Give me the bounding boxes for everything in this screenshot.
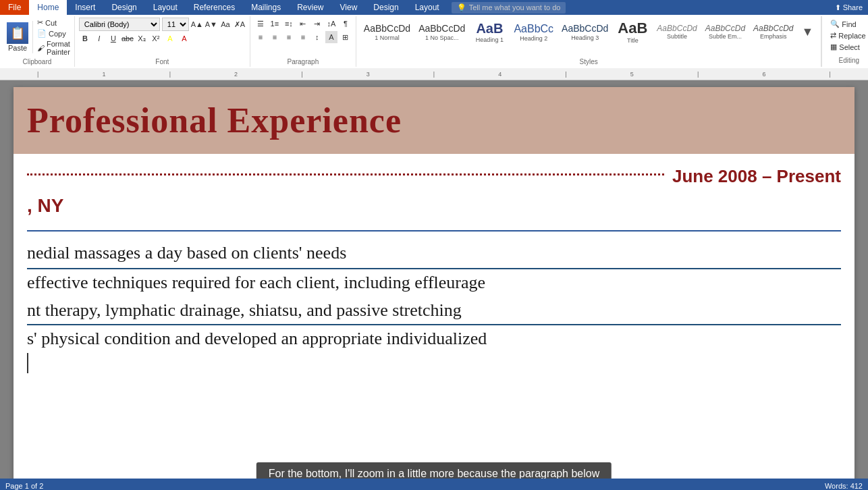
tab-mailings[interactable]: Mailings	[243, 0, 289, 15]
body-line-1: nedial massages a day based on clients' …	[13, 234, 855, 268]
align-left-button[interactable]: ≡	[254, 31, 267, 43]
ribbon: 📋 Paste ✂ Cut 📄 Copy 🖌 Format Painter Cl…	[0, 15, 868, 68]
tell-me-text: Tell me what you want to do	[469, 3, 561, 11]
align-right-button[interactable]: ≡	[283, 31, 295, 43]
heading-prefix: P	[27, 101, 49, 140]
heading-content: rofessional Experience	[49, 101, 402, 140]
clipboard-buttons: ✂ Cut 📄 Copy 🖌 Format Painter	[36, 18, 72, 57]
format-painter-button[interactable]: 🖌 Format Painter	[36, 39, 72, 57]
clear-format-button[interactable]: ✗A	[234, 18, 246, 30]
word-count: Words: 412	[825, 482, 863, 490]
font-name-select[interactable]: Calibri (Body)	[79, 18, 160, 31]
align-center-button[interactable]: ≡	[269, 31, 281, 43]
chevron-down-icon: ▼	[801, 25, 813, 39]
heading-text: Professional Experience	[27, 101, 402, 140]
replace-button[interactable]: ⇄ Replace	[828, 30, 868, 40]
cursor-row	[13, 353, 855, 373]
page-count: Page 1 of 2	[5, 482, 43, 490]
styles-gallery: AaBbCcDd 1 Normal AaBbCcDd 1 No Spac... …	[360, 18, 817, 46]
paragraph-label: Paragraph	[254, 57, 352, 65]
tab-layout[interactable]: Layout	[145, 0, 186, 15]
subscript-button[interactable]: X₂	[136, 32, 148, 45]
paste-button[interactable]: 📋 Paste	[3, 21, 33, 53]
body-line-4: s' physical condition and developed an a…	[13, 325, 855, 352]
font-color-button[interactable]: A	[178, 32, 190, 45]
font-increase-button[interactable]: A▲	[191, 18, 203, 30]
increase-indent-button[interactable]: ⇥	[311, 18, 323, 30]
copy-icon: 📄	[37, 29, 47, 38]
borders-button[interactable]: ⊞	[340, 31, 352, 43]
paragraph-group: ☰ 1≡ ≡↕ ⇤ ⇥ ↕A ¶ ≡ ≡ ≡ ≡ ↕ A ⊞ Paragraph	[250, 16, 356, 67]
change-case-button[interactable]: Aa	[219, 18, 232, 30]
tab-design[interactable]: Design	[103, 0, 144, 15]
tab-insert[interactable]: Insert	[67, 0, 103, 15]
copy-button[interactable]: 📄 Copy	[36, 28, 72, 38]
underline-button[interactable]: U	[107, 32, 119, 45]
bullets-button[interactable]: ☰	[254, 18, 267, 30]
date-row: June 2008 – Present	[13, 154, 855, 192]
justify-button[interactable]: ≡	[297, 31, 309, 43]
style-emphasis[interactable]: AaBbCcDd Emphasis	[750, 22, 796, 42]
document-container: Professional Experience June 2008 – Pres…	[0, 80, 868, 479]
styles-group: AaBbCcDd 1 Normal AaBbCcDd 1 No Spac... …	[356, 16, 821, 67]
location-row: , NY	[13, 192, 855, 227]
style-normal[interactable]: AaBbCcDd 1 Normal	[360, 21, 414, 43]
separator-line	[27, 230, 841, 232]
tab-design2[interactable]: Design	[365, 0, 406, 15]
style-title[interactable]: AaB Title	[613, 18, 652, 46]
select-button[interactable]: ▦ Select	[828, 42, 868, 52]
file-tab[interactable]: File	[0, 0, 29, 15]
para-row1: ☰ 1≡ ≡↕ ⇤ ⇥ ↕A ¶	[254, 18, 352, 30]
bold-button[interactable]: B	[79, 32, 91, 45]
clipboard-group: 📋 Paste ✂ Cut 📄 Copy 🖌 Format Painter Cl…	[0, 16, 75, 67]
find-button[interactable]: 🔍 Find	[828, 19, 868, 29]
style-heading3[interactable]: AaBbCcDd Heading 3	[558, 21, 612, 43]
style-no-space[interactable]: AaBbCcDd 1 No Spac...	[415, 21, 468, 43]
tab-review[interactable]: Review	[289, 0, 331, 15]
clipboard-label: Clipboard	[3, 57, 72, 65]
document-page[interactable]: Professional Experience June 2008 – Pres…	[13, 87, 855, 479]
style-subtitle[interactable]: AaBbCcDd Subtitle	[653, 22, 700, 42]
para-row2: ≡ ≡ ≡ ≡ ↕ A ⊞	[254, 31, 352, 43]
tooltip-bar: For the bottom, I'll zoom in a little mo…	[256, 462, 612, 479]
scissors-icon: ✂	[37, 18, 43, 27]
sort-button[interactable]: ↕A	[325, 18, 337, 30]
tab-layout2[interactable]: Layout	[407, 0, 447, 15]
italic-button[interactable]: I	[93, 32, 105, 45]
cut-button[interactable]: ✂ Cut	[36, 18, 72, 28]
editing-group: 🔍 Find ⇄ Replace ▦ Select Editing	[821, 16, 868, 67]
tell-me-bar[interactable]: 💡 Tell me what you want to do	[452, 2, 566, 13]
body-line-3: nt therapy, lymphatic drainage, shiatsu,…	[13, 297, 855, 324]
clipboard-top: 📋 Paste ✂ Cut 📄 Copy 🖌 Format Painter	[3, 18, 72, 57]
font-decrease-button[interactable]: A▼	[205, 18, 217, 30]
tab-references[interactable]: References	[186, 0, 243, 15]
date-text: June 2008 – Present	[672, 166, 841, 187]
paste-label: Paste	[8, 44, 27, 52]
ruler-marks: | 1 | 2 | 3 | 4 | 5 | 6 |	[5, 71, 863, 78]
multilevel-button[interactable]: ≡↕	[283, 18, 295, 30]
style-heading2[interactable]: AaBbCc Heading 2	[510, 20, 557, 44]
font-size-select[interactable]: 11	[162, 18, 189, 31]
styles-more-button[interactable]: ▼	[798, 23, 817, 41]
style-heading1[interactable]: AaB Heading 1	[470, 18, 509, 45]
editing-label: Editing	[828, 55, 868, 64]
shading-button[interactable]: A	[325, 31, 337, 43]
decrease-indent-button[interactable]: ⇤	[297, 18, 309, 30]
font-row2: B I U abc X₂ X² A A	[79, 32, 246, 45]
highlight-button[interactable]: A	[164, 32, 176, 45]
show-marks-button[interactable]: ¶	[340, 18, 352, 30]
lightbulb-icon: 💡	[457, 3, 466, 12]
numbering-button[interactable]: 1≡	[269, 18, 281, 30]
style-subtle-em[interactable]: AaBbCcDd Subtle Em...	[702, 22, 749, 42]
font-group: Calibri (Body) 11 A▲ A▼ Aa ✗A B I U abc …	[75, 16, 250, 67]
body-line-2: effective techniques required for each c…	[13, 269, 855, 296]
strikethrough-button[interactable]: abc	[121, 32, 134, 45]
styles-label: Styles	[360, 57, 817, 65]
superscript-button[interactable]: X²	[150, 32, 162, 45]
tab-view[interactable]: View	[332, 0, 366, 15]
tab-home[interactable]: Home	[29, 0, 67, 15]
share-button[interactable]: ⬆ Share	[830, 2, 868, 13]
line-spacing-button[interactable]: ↕	[311, 31, 323, 43]
tooltip-text: For the bottom, I'll zoom in a little mo…	[269, 468, 599, 479]
font-row1: Calibri (Body) 11 A▲ A▼ Aa ✗A	[79, 18, 246, 31]
